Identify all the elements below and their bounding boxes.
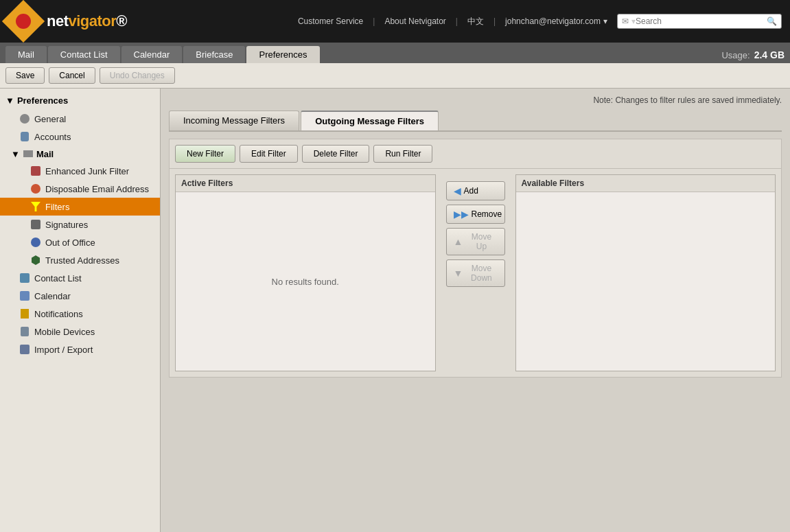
- active-filters-header: Active Filters: [176, 175, 435, 192]
- sidebar-item-label: Notifications: [34, 309, 83, 319]
- edit-filter-button[interactable]: Edit Filter: [240, 145, 298, 163]
- active-filters-body: No results found.: [176, 192, 435, 371]
- topbar: netvigator® Customer Service | About Net…: [0, 0, 790, 43]
- user-menu[interactable]: johnchan@netvigator.com ▾: [505, 16, 607, 26]
- add-label: Add: [464, 186, 478, 196]
- sidebar-item-label: Out of Office: [45, 238, 95, 248]
- sidebar-item-label: Signatures: [45, 220, 88, 230]
- clock-icon: [30, 237, 41, 248]
- sidebar: ▼ Preferences General Accounts ▼ Mail En…: [0, 89, 161, 532]
- cancel-button[interactable]: Cancel: [49, 67, 95, 84]
- import-icon: [19, 344, 30, 355]
- gear-icon: [19, 113, 30, 124]
- move-up-arrow-icon: [454, 236, 463, 247]
- sidebar-title-label: Preferences: [17, 95, 68, 106]
- sidebar-item-label: Enhanced Junk Filter: [45, 166, 129, 176]
- sidebar-item-label: Filters: [45, 202, 69, 212]
- sidebar-item-notifications[interactable]: Notifications: [0, 305, 160, 323]
- save-button[interactable]: Save: [5, 67, 45, 84]
- delete-filter-button[interactable]: Delete Filter: [302, 145, 370, 163]
- toolbar: Save Cancel Undo Changes: [0, 63, 790, 89]
- logo-area: netvigator®: [8, 6, 127, 36]
- available-filters-panel: Available Filters: [515, 174, 776, 371]
- tab-outgoing-filters[interactable]: Outgoing Message Filters: [301, 111, 439, 130]
- sidebar-item-label: Contact List: [34, 273, 82, 284]
- shield-icon: [30, 255, 41, 266]
- filter-tabs: Incoming Message Filters Outgoing Messag…: [169, 111, 782, 132]
- move-up-label: Move Up: [465, 232, 497, 251]
- customer-service-link[interactable]: Customer Service: [298, 16, 363, 26]
- tab-mail[interactable]: Mail: [5, 46, 47, 63]
- sig-icon: [30, 219, 41, 230]
- move-up-button[interactable]: Move Up: [446, 228, 505, 255]
- active-filters-panel: Active Filters No results found.: [175, 174, 436, 371]
- sidebar-title[interactable]: ▼ Preferences: [0, 91, 160, 110]
- sidebar-item-general[interactable]: General: [0, 110, 160, 128]
- tab-preferences[interactable]: Preferences: [246, 46, 319, 63]
- sidebar-item-label: Import / Export: [34, 345, 93, 355]
- search-icon: ✉: [622, 16, 629, 26]
- logo-text: netvigator®: [47, 12, 127, 30]
- usage-area: Usage: 2.4 GB: [721, 49, 785, 63]
- search-bar: ✉ ▾ 🔍: [617, 14, 782, 29]
- sidebar-item-out-of-office[interactable]: Out of Office: [0, 233, 160, 251]
- filter-buttons: New Filter Edit Filter Delete Filter Run…: [169, 139, 782, 168]
- disposable-icon: [30, 183, 41, 194]
- sidebar-section-mail[interactable]: ▼ Mail: [0, 146, 160, 162]
- note-text: Note: Changes to filter rules are saved …: [169, 95, 782, 105]
- move-down-label: Move Down: [465, 264, 497, 283]
- tab-contact-list[interactable]: Contact List: [48, 46, 120, 63]
- move-down-button[interactable]: Move Down: [446, 259, 505, 287]
- remove-label: Remove: [472, 209, 502, 219]
- sidebar-item-junk[interactable]: Enhanced Junk Filter: [0, 162, 160, 180]
- sidebar-item-label: Trusted Addresses: [45, 255, 119, 266]
- sidebar-item-label: Mail: [36, 149, 54, 159]
- chinese-link[interactable]: 中文: [467, 16, 484, 27]
- contacts-icon: [19, 273, 30, 284]
- sidebar-item-mobile[interactable]: Mobile Devices: [0, 323, 160, 340]
- sidebar-item-calendar[interactable]: Calendar: [0, 287, 160, 305]
- new-filter-button[interactable]: New Filter: [175, 145, 235, 163]
- sidebar-item-label: Accounts: [34, 132, 71, 142]
- available-filters-header: Available Filters: [516, 175, 776, 192]
- sidebar-item-filters[interactable]: Filters: [0, 198, 160, 216]
- sidebar-item-disposable[interactable]: Disposable Email Address: [0, 180, 160, 198]
- active-filters-empty: No results found.: [272, 277, 339, 287]
- junk-icon: [30, 165, 41, 176]
- logo-diamond: [2, 0, 45, 43]
- panels-container: Active Filters No results found. Add Rem…: [169, 168, 782, 378]
- tab-briefcase[interactable]: Briefcase: [183, 46, 245, 63]
- mid-controls: Add Remove Move Up Move Down: [441, 174, 510, 371]
- mail-icon: [23, 148, 34, 159]
- mail-expand-icon: ▼: [11, 149, 20, 159]
- logo-inner: [12, 10, 34, 32]
- user-dropdown-icon: ▾: [603, 16, 607, 26]
- phone-icon: [19, 326, 30, 337]
- sidebar-item-trusted[interactable]: Trusted Addresses: [0, 251, 160, 269]
- sidebar-collapse-icon: ▼: [5, 95, 14, 106]
- tab-calendar[interactable]: Calendar: [121, 46, 183, 63]
- sidebar-item-label: Disposable Email Address: [45, 184, 149, 194]
- sidebar-item-accounts[interactable]: Accounts: [0, 128, 160, 146]
- sidebar-item-signatures[interactable]: Signatures: [0, 216, 160, 233]
- usage-label: Usage:: [721, 50, 750, 60]
- sidebar-item-import-export[interactable]: Import / Export: [0, 340, 160, 358]
- sidebar-item-label: Mobile Devices: [34, 327, 95, 337]
- nav-tabs-left: Mail Contact List Calendar Briefcase Pre…: [5, 46, 320, 63]
- sidebar-item-contact-list[interactable]: Contact List: [0, 269, 160, 287]
- add-button[interactable]: Add: [446, 181, 505, 200]
- tab-incoming-filters[interactable]: Incoming Message Filters: [169, 111, 299, 130]
- bell-icon: [19, 308, 30, 319]
- topbar-links: Customer Service | About Netvigator | 中文…: [298, 14, 782, 29]
- user-email: johnchan@netvigator.com: [505, 16, 601, 26]
- run-filter-button[interactable]: Run Filter: [373, 145, 432, 163]
- remove-button[interactable]: Remove: [446, 205, 505, 224]
- remove-arrow-icon: [454, 209, 469, 220]
- search-input[interactable]: [636, 16, 767, 26]
- main-layout: ▼ Preferences General Accounts ▼ Mail En…: [0, 89, 790, 532]
- search-submit-icon[interactable]: 🔍: [767, 16, 777, 26]
- sidebar-item-label: General: [34, 114, 66, 124]
- undo-button[interactable]: Undo Changes: [100, 67, 175, 84]
- about-link[interactable]: About Netvigator: [384, 16, 445, 26]
- nav-tabs: Mail Contact List Calendar Briefcase Pre…: [0, 43, 790, 63]
